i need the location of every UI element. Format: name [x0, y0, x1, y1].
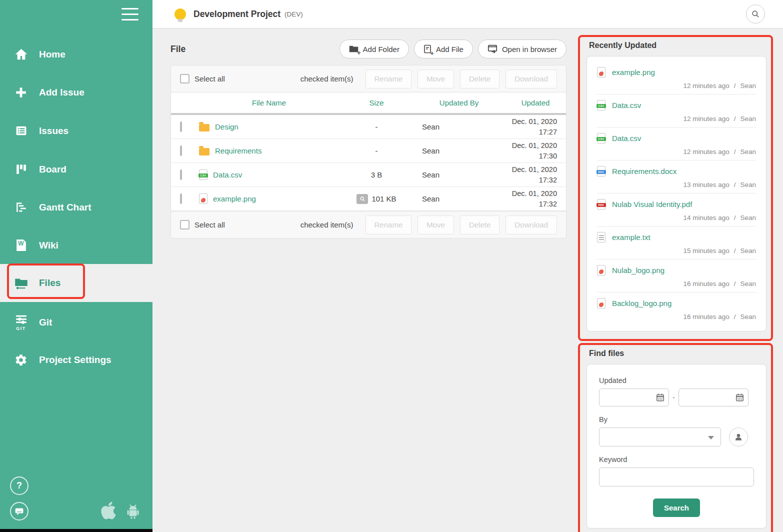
sidebar-item-label: Add Issue [39, 87, 84, 98]
file-link[interactable]: Nulab_logo.png [612, 266, 664, 274]
column-size[interactable]: Size [339, 98, 414, 107]
gear-icon [12, 350, 30, 370]
sidebar-item-wiki[interactable]: W Wiki [0, 226, 152, 264]
user-link[interactable]: Sean [740, 280, 756, 288]
user-link[interactable]: Sean [740, 148, 756, 156]
folder-icon [199, 148, 210, 156]
project-header: Development Project (DEV) [152, 0, 783, 28]
file-size: - [339, 146, 414, 155]
updated-by: Sean [414, 146, 504, 155]
csv-file-icon: CSV [597, 100, 606, 110]
file-link[interactable]: example.png [213, 194, 256, 203]
meta-separator: / [734, 148, 736, 156]
file-link[interactable]: example.txt [612, 233, 650, 242]
delete-button[interactable]: Delete [460, 216, 500, 234]
row-checkbox[interactable] [180, 146, 182, 156]
files-icon [12, 273, 30, 293]
sidebar-item-project-settings[interactable]: Project Settings [0, 340, 152, 379]
add-folder-button[interactable]: Add Folder [340, 40, 409, 58]
select-all-checkbox[interactable] [180, 220, 190, 230]
user-link[interactable]: Sean [740, 115, 756, 122]
file-size: - [339, 122, 414, 131]
keyword-input[interactable] [599, 468, 754, 486]
move-button[interactable]: Move [418, 216, 454, 234]
global-search-button[interactable] [746, 4, 765, 24]
sidebar-item-label: Project Settings [39, 354, 112, 366]
updated-from-input[interactable] [599, 388, 669, 406]
download-button[interactable]: Download [506, 216, 557, 234]
select-all-label: Select all [194, 220, 225, 229]
select-all-label: Select all [194, 74, 225, 83]
row-checkbox[interactable] [180, 170, 182, 180]
meta-separator: / [734, 247, 736, 254]
image-file-icon [597, 298, 606, 308]
user-link[interactable]: Sean [740, 82, 756, 90]
pick-user-button[interactable] [729, 428, 748, 446]
open-in-browser-button[interactable]: Open in browser [478, 40, 566, 58]
browser-window-icon [488, 44, 498, 54]
file-link[interactable]: example.png [612, 68, 655, 76]
preview-magnifier-icon[interactable] [356, 194, 368, 204]
row-checkbox[interactable] [180, 122, 182, 132]
search-button[interactable]: Search [653, 498, 700, 517]
user-link[interactable]: Sean [740, 313, 756, 320]
user-link[interactable]: Sean [740, 214, 756, 222]
file-link[interactable]: Requirements.docx [612, 167, 676, 176]
image-file-icon [597, 265, 606, 276]
download-button[interactable]: Download [506, 70, 557, 88]
rename-button[interactable]: Rename [366, 70, 412, 88]
file-size: 101 KB [339, 194, 414, 204]
calendar-icon[interactable] [735, 392, 744, 404]
column-file-name[interactable]: File Name [199, 98, 339, 107]
file-link[interactable]: Data.csv [213, 170, 242, 179]
file-link[interactable]: Nulab Visual Identity.pdf [612, 200, 692, 208]
move-button[interactable]: Move [418, 70, 454, 88]
question-mark-icon: ? [16, 480, 22, 491]
file-link[interactable]: Data.csv [612, 134, 641, 142]
sidebar-item-add-issue[interactable]: Add Issue [0, 73, 152, 112]
folder-link[interactable]: Design [215, 122, 238, 131]
feedback-chat-button[interactable] [10, 502, 28, 520]
updated-at: Dec. 01, 2020 17:32 [504, 164, 567, 185]
sidebar-item-gantt-chart[interactable]: Gantt Chart [0, 188, 152, 226]
file-table-toolbar-bottom: Select all checked item(s) Rename Move D… [171, 211, 566, 238]
user-link[interactable]: Sean [740, 181, 756, 188]
updated-to-input[interactable] [678, 388, 748, 406]
meta-separator: / [734, 115, 736, 122]
project-title: Development Project [194, 9, 280, 20]
updated-time: 12 minutes ago [683, 148, 729, 156]
user-link[interactable]: Sean [740, 247, 756, 254]
image-file-icon [199, 194, 208, 204]
menu-toggle-button[interactable] [122, 8, 138, 24]
updated-by: Sean [414, 170, 504, 179]
by-user-select[interactable] [599, 428, 721, 446]
sidebar-item-board[interactable]: Board [0, 150, 152, 188]
help-button[interactable]: ? [10, 476, 28, 495]
hamburger-line [122, 14, 138, 15]
rename-button[interactable]: Rename [366, 216, 412, 234]
checked-items-label: checked item(s) [300, 220, 354, 229]
column-updated-by[interactable]: Updated By [414, 98, 504, 107]
row-checkbox[interactable] [180, 194, 182, 204]
pdf-file-icon: PDF [597, 199, 606, 210]
updated-at: Dec. 01, 2020 17:32 [504, 188, 567, 209]
calendar-icon[interactable] [656, 392, 665, 404]
sidebar-item-issues[interactable]: Issues [0, 112, 152, 150]
file-size: 3 B [339, 170, 414, 179]
column-updated[interactable]: Updated [504, 98, 567, 107]
sidebar-item-git[interactable]: GIT Git [0, 303, 152, 342]
find-files-panel: Updated - By Keyword Search [586, 364, 766, 528]
chevron-down-icon [708, 436, 714, 440]
delete-button[interactable]: Delete [460, 70, 500, 88]
window-edge [0, 529, 152, 532]
add-file-button[interactable]: Add File [414, 40, 473, 58]
git-caption: GIT [16, 326, 26, 331]
select-all-checkbox[interactable] [180, 74, 190, 84]
sidebar-item-files[interactable]: Files [0, 264, 152, 302]
folder-link[interactable]: Requirements [215, 146, 262, 155]
file-link[interactable]: Data.csv [612, 101, 641, 110]
sidebar-item-home[interactable]: Home [0, 35, 152, 74]
file-table: Select all checked item(s) Rename Move D… [170, 65, 566, 238]
updated-at: Dec. 01, 2020 17:30 [504, 140, 567, 161]
file-link[interactable]: Backlog_logo.png [612, 299, 672, 308]
